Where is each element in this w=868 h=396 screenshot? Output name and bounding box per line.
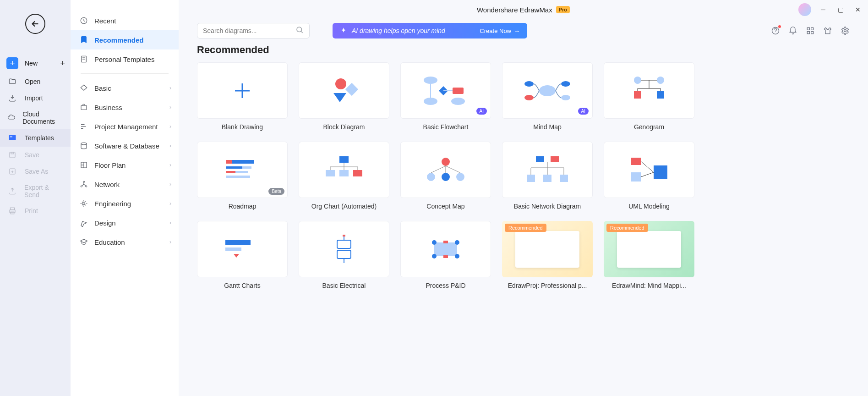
svg-rect-84 <box>527 175 535 182</box>
save-button: Save <box>0 147 71 163</box>
template-card[interactable]: AIBasic Flowchart <box>400 62 491 131</box>
new-label: New <box>25 60 38 67</box>
category-personal[interactable]: Personal Templates <box>71 50 179 69</box>
recent-label: Recent <box>94 17 116 25</box>
svg-point-35 <box>335 78 346 89</box>
bell-icon[interactable] <box>788 26 797 35</box>
import-icon <box>8 94 16 102</box>
personal-label: Personal Templates <box>94 55 154 63</box>
save-as-icon <box>8 167 16 176</box>
recommended-label: Recommended <box>94 36 144 44</box>
template-label: Basic Electrical <box>299 282 389 289</box>
category-engineering[interactable]: Engineering › <box>71 194 179 213</box>
toolbar: AI drawing helps open your mind Create N… <box>179 19 868 38</box>
svg-rect-68 <box>339 170 349 176</box>
category-network[interactable]: Network › <box>71 175 179 194</box>
education-label: Education <box>94 238 125 246</box>
user-avatar[interactable] <box>798 3 811 16</box>
chevron-right-icon: › <box>169 181 171 187</box>
floor-label: Floor Plan <box>94 161 126 169</box>
svg-point-47 <box>524 95 534 100</box>
settings-icon[interactable] <box>841 26 850 35</box>
svg-marker-99 <box>234 254 239 258</box>
template-card[interactable]: RecommendedEdrawMind: Mind Mappi... <box>604 221 694 289</box>
template-card[interactable]: UML Modeling <box>604 142 694 210</box>
category-recommended[interactable]: Recommended <box>71 30 179 50</box>
svg-rect-2 <box>10 137 12 138</box>
import-button[interactable]: Import <box>0 90 71 106</box>
close-button[interactable]: ✕ <box>852 4 863 15</box>
svg-point-107 <box>455 240 459 245</box>
maximize-button[interactable]: ▢ <box>835 4 846 15</box>
chevron-right-icon: › <box>169 162 171 168</box>
search-input[interactable] <box>203 27 295 34</box>
template-label: Genogram <box>604 123 694 131</box>
category-software[interactable]: Software & Database › <box>71 136 179 155</box>
category-design[interactable]: Design › <box>71 213 179 232</box>
template-card[interactable]: Basic Network Diagram <box>502 142 593 210</box>
plus-icon: + <box>6 57 18 69</box>
svg-rect-64 <box>226 171 235 173</box>
template-grid: Blank DrawingBlock DiagramAIBasic Flowch… <box>197 62 850 289</box>
open-button[interactable]: Open <box>0 73 71 90</box>
recommended-badge: Recommended <box>505 224 546 232</box>
category-business[interactable]: Business › <box>71 98 179 117</box>
template-label: EdrawProj: Professional p... <box>502 282 593 289</box>
cloud-documents-button[interactable]: Cloud Documents <box>0 106 71 129</box>
template-card[interactable]: RecommendedEdrawProj: Professional p... <box>502 221 593 289</box>
template-card[interactable]: Org Chart (Automated) <box>299 142 389 210</box>
create-now-button[interactable]: Create Now → <box>480 28 520 34</box>
template-card[interactable]: AIMind Map <box>502 62 593 131</box>
education-icon <box>80 238 88 246</box>
export-icon <box>8 187 16 195</box>
new-button[interactable]: + New + <box>0 53 71 73</box>
svg-rect-4 <box>11 152 14 154</box>
template-label: Concept Map <box>400 203 491 210</box>
category-project[interactable]: Project Management › <box>71 117 179 136</box>
svg-point-25 <box>297 27 302 32</box>
ai-badge: AI <box>578 108 589 115</box>
export-button: Export & Send <box>0 180 71 203</box>
back-button[interactable] <box>25 14 45 34</box>
svg-rect-94 <box>654 165 667 179</box>
svg-point-78 <box>456 173 464 181</box>
template-label: Basic Network Diagram <box>502 203 593 210</box>
template-card[interactable]: Concept Map <box>400 142 491 210</box>
category-recent[interactable]: Recent <box>71 11 179 30</box>
template-label: UML Modeling <box>604 203 694 210</box>
help-icon[interactable] <box>771 26 780 35</box>
svg-point-77 <box>442 173 450 181</box>
category-floor[interactable]: Floor Plan › <box>71 155 179 175</box>
template-thumbnail: AI <box>400 62 491 119</box>
template-card[interactable]: Process P&ID <box>400 221 491 289</box>
recommended-badge: Recommended <box>606 224 648 232</box>
category-basic[interactable]: Basic › <box>71 78 179 98</box>
svg-point-32 <box>844 30 846 32</box>
search-icon[interactable] <box>295 26 304 36</box>
svg-rect-1 <box>9 135 16 140</box>
svg-point-42 <box>451 98 465 105</box>
search-box[interactable] <box>197 23 310 38</box>
templates-button[interactable]: Templates <box>0 129 71 147</box>
svg-point-45 <box>539 85 556 96</box>
template-card[interactable]: Genogram <box>604 62 694 131</box>
template-card[interactable]: Basic Electrical <box>299 221 389 289</box>
template-card[interactable]: BetaRoadmap <box>197 142 288 210</box>
new-add-icon[interactable]: + <box>60 59 65 68</box>
category-sidebar: Recent Recommended Personal Templates Ba… <box>71 0 179 396</box>
apps-icon[interactable] <box>806 26 815 35</box>
template-label: Blank Drawing <box>197 123 288 131</box>
template-card[interactable]: Gantt Charts <box>197 221 288 289</box>
shirt-icon[interactable] <box>823 26 832 35</box>
category-education[interactable]: Education › <box>71 232 179 252</box>
section-title: Recommended <box>197 44 850 56</box>
svg-rect-40 <box>453 88 464 94</box>
template-card[interactable]: Block Diagram <box>299 62 389 131</box>
svg-rect-86 <box>560 175 568 182</box>
minimize-button[interactable]: ─ <box>818 4 829 15</box>
ai-banner[interactable]: AI drawing helps open your mind Create N… <box>333 23 527 38</box>
template-thumbnail <box>604 142 694 198</box>
template-card[interactable]: Blank Drawing <box>197 62 288 131</box>
svg-point-24 <box>83 203 85 205</box>
bookmark-icon <box>80 36 88 44</box>
